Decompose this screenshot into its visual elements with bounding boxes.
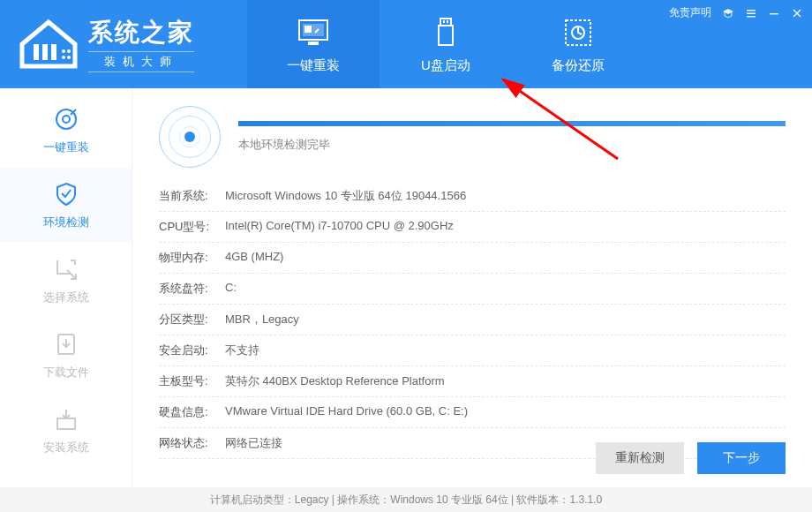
radar-icon <box>159 106 221 168</box>
header: 系统之家 装机大师 一键重装 U盘启动 备份还原 免责声明 <box>0 0 812 88</box>
svg-point-6 <box>67 56 71 59</box>
info-value: Intel(R) Core(TM) i7-10700 CPU @ 2.90GHz <box>225 219 786 235</box>
menu-icon[interactable] <box>745 7 757 19</box>
svg-rect-0 <box>34 44 39 60</box>
monitor-icon <box>296 15 331 50</box>
graduation-icon[interactable] <box>722 7 734 19</box>
sidebar: 一键重装 环境检测 选择系统 下载文件 安装系统 <box>0 88 132 487</box>
progress-bar <box>238 121 786 126</box>
tab-reinstall[interactable]: 一键重装 <box>247 0 380 88</box>
svg-rect-2 <box>51 44 56 60</box>
svg-point-3 <box>62 49 65 53</box>
svg-rect-17 <box>747 10 756 11</box>
scan-status: 本地环境检测完毕 <box>238 137 786 153</box>
info-value: MBR，Legacy <box>225 312 786 328</box>
scan-row: 本地环境检测完毕 <box>159 106 786 168</box>
info-label: 分区类型: <box>159 312 225 328</box>
sidebar-item-env-check[interactable]: 环境检测 <box>0 168 132 243</box>
svg-rect-9 <box>304 26 312 33</box>
info-label: 网络状态: <box>159 435 225 451</box>
sidebar-label: 安装系统 <box>43 440 89 456</box>
rescan-button[interactable]: 重新检测 <box>596 442 684 474</box>
svg-rect-1 <box>42 44 48 60</box>
main-panel: 本地环境检测完毕 当前系统:Microsoft Windows 10 专业版 6… <box>132 88 812 487</box>
info-label: 物理内存: <box>159 250 225 266</box>
svg-point-4 <box>67 49 71 53</box>
info-label: 主板型号: <box>159 373 225 389</box>
sidebar-item-install[interactable]: 安装系统 <box>0 393 132 468</box>
footer-status: 计算机启动类型：Legacy | 操作系统：Windows 10 专业版 64位… <box>0 487 812 512</box>
tab-label: U盘启动 <box>421 57 470 74</box>
svg-rect-13 <box>447 20 448 23</box>
info-row-cpu: CPU型号:Intel(R) Core(TM) i7-10700 CPU @ 2… <box>159 212 786 243</box>
install-icon <box>53 406 79 433</box>
info-value: C: <box>225 281 786 297</box>
info-label: 硬盘信息: <box>159 404 225 420</box>
sidebar-label: 环境检测 <box>43 215 89 230</box>
target-icon <box>53 106 79 132</box>
close-icon[interactable] <box>791 7 803 19</box>
info-value: VMware Virtual IDE Hard Drive (60.0 GB, … <box>225 404 786 420</box>
tab-usb-boot[interactable]: U盘启动 <box>380 0 512 88</box>
logo-area: 系统之家 装机大师 <box>0 0 212 88</box>
info-label: 安全启动: <box>159 343 225 358</box>
top-tabs: 一键重装 U盘启动 备份还原 <box>247 0 644 88</box>
house-logo-icon <box>18 18 79 71</box>
svg-rect-11 <box>440 19 451 26</box>
next-button[interactable]: 下一步 <box>697 442 786 474</box>
info-row-sysdisk: 系统盘符:C: <box>159 274 786 305</box>
app-subtitle: 装机大师 <box>88 51 194 72</box>
minimize-icon[interactable] <box>768 7 780 19</box>
svg-rect-19 <box>747 16 756 18</box>
select-icon <box>53 256 79 282</box>
info-row-memory: 物理内存:4GB (MHZ) <box>159 243 786 274</box>
info-value: 英特尔 440BX Desktop Reference Platform <box>225 373 786 389</box>
info-label: 系统盘符: <box>159 281 225 297</box>
restore-icon <box>560 15 596 50</box>
svg-point-22 <box>63 116 70 123</box>
sidebar-item-reinstall[interactable]: 一键重装 <box>0 93 132 168</box>
info-row-secureboot: 安全启动:不支持 <box>159 335 786 366</box>
info-label: CPU型号: <box>159 219 225 235</box>
tab-label: 一键重装 <box>287 57 340 74</box>
svg-rect-24 <box>57 418 75 429</box>
sidebar-item-download[interactable]: 下载文件 <box>0 318 132 393</box>
svg-rect-14 <box>439 26 453 45</box>
sidebar-label: 一键重装 <box>43 139 89 155</box>
info-value: 不支持 <box>225 343 786 358</box>
svg-rect-18 <box>747 12 756 14</box>
body: 一键重装 环境检测 选择系统 下载文件 安装系统 本地环境检测完毕 当前 <box>0 88 812 487</box>
sidebar-label: 下载文件 <box>43 365 89 380</box>
tab-label: 备份还原 <box>552 57 605 74</box>
info-value: Microsoft Windows 10 专业版 64位 19044.1566 <box>225 188 786 204</box>
sidebar-item-select-system[interactable]: 选择系统 <box>0 243 132 318</box>
info-row-os: 当前系统:Microsoft Windows 10 专业版 64位 19044.… <box>159 181 786 212</box>
svg-rect-20 <box>770 13 778 15</box>
usb-icon <box>428 15 463 50</box>
download-icon <box>53 331 79 358</box>
info-label: 当前系统: <box>159 188 225 204</box>
window-controls: 免责声明 <box>669 5 803 20</box>
disclaimer-link[interactable]: 免责声明 <box>669 5 711 20</box>
info-list: 当前系统:Microsoft Windows 10 专业版 64位 19044.… <box>159 181 786 459</box>
info-row-partition: 分区类型:MBR，Legacy <box>159 305 786 335</box>
sidebar-label: 选择系统 <box>43 290 89 305</box>
svg-point-5 <box>62 56 65 59</box>
shield-check-icon <box>53 181 79 207</box>
info-row-motherboard: 主板型号:英特尔 440BX Desktop Reference Platfor… <box>159 366 786 397</box>
action-bar: 重新检测 下一步 <box>596 442 786 474</box>
info-value: 4GB (MHZ) <box>225 250 786 266</box>
app-title: 系统之家 <box>88 16 194 49</box>
svg-rect-12 <box>443 20 445 23</box>
info-row-disk: 硬盘信息:VMware Virtual IDE Hard Drive (60.0… <box>159 397 786 428</box>
svg-rect-10 <box>308 41 319 45</box>
tab-backup-restore[interactable]: 备份还原 <box>512 0 644 88</box>
